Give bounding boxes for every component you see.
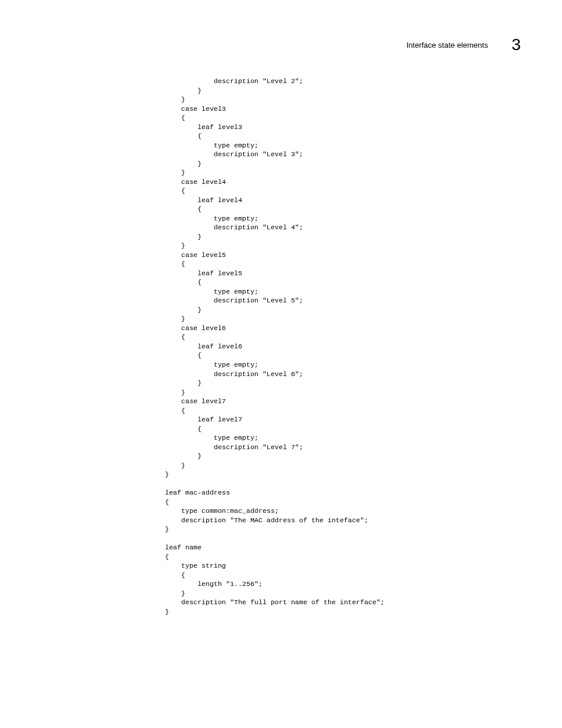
- page-header: Interface state elements 3: [406, 35, 521, 54]
- code-block: description "Level 2"; } } case level3 {…: [165, 77, 385, 616]
- chapter-number: 3: [511, 35, 521, 54]
- header-title: Interface state elements: [406, 41, 488, 50]
